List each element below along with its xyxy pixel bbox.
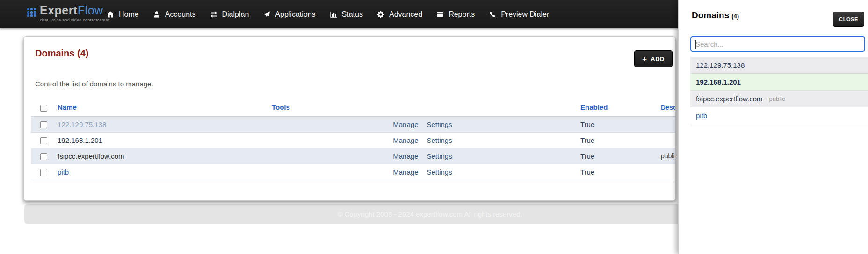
row-checkbox[interactable] [40,121,47,128]
description-value: public [653,148,676,164]
page: ExpertFlow chat, voice and video contact… [0,0,868,254]
panel-item-label: 122.129.75.138 [696,61,745,69]
table-row: 122.129.75.138 ManageSettings True [31,116,676,132]
select-all-checkbox[interactable] [40,105,47,112]
brand-wordmark: ExpertFlow [40,4,103,17]
nav-advanced[interactable]: Advanced [377,10,422,19]
domains-panel: Domains(4) CLOSE 122.129.75.138 192.168.… [678,0,868,254]
enabled-value: True [580,120,594,128]
domain-name-link[interactable]: 122.129.75.138 [58,120,106,128]
panel-item-label: pitb [696,112,707,120]
column-header-name[interactable]: Name [52,99,272,116]
panel-list-item[interactable]: fsipcc.expertflow.com- public [690,91,868,107]
plus-icon: + [642,55,647,63]
table-row: 192.168.1.201 ManageSettings True [31,132,676,148]
nav-advanced-label: Advanced [389,10,422,19]
main-menu: Home Accounts Dialplan Applications Stat… [107,0,549,28]
row-checkbox[interactable] [40,137,47,144]
panel-list-item[interactable]: 122.129.75.138 [690,57,868,74]
page-subtitle: Control the list of domains to manage. [35,80,153,88]
person-icon [153,11,160,18]
bar-chart-icon [330,11,337,18]
expertflow-logo-icon [27,8,36,17]
settings-link[interactable]: Settings [427,152,452,160]
nav-reports-label: Reports [448,10,475,19]
manage-link[interactable]: Manage [393,120,418,128]
brand-tagline: chat, voice and video contactcenter [40,17,109,22]
row-checkbox[interactable] [40,169,47,176]
description-value [653,164,676,180]
gear-icon [377,11,384,18]
panel-domain-list: 122.129.75.138 192.168.1.201 fsipcc.expe… [690,57,868,124]
panel-title-text: Domains [692,10,729,20]
manage-link[interactable]: Manage [393,168,418,176]
swap-arrows-icon [210,11,217,18]
nav-dialplan[interactable]: Dialplan [210,10,249,19]
domain-name-link[interactable]: fsipcc.expertflow.com [58,152,124,160]
manage-link[interactable]: Manage [393,152,418,160]
domains-card: Domains (4) Control the list of domains … [23,36,676,201]
brand-flow: Flow [78,4,103,17]
report-book-icon [436,11,444,18]
add-domain-button[interactable]: + ADD [634,50,673,67]
domain-name-link[interactable]: pitb [58,168,69,176]
settings-link[interactable]: Settings [427,120,452,128]
table-row: fsipcc.expertflow.com ManageSettings Tru… [31,148,676,164]
domain-name-link[interactable]: 192.168.1.201 [58,136,102,144]
domains-table: Name Tools Enabled Description 122.129.7… [31,99,676,180]
panel-title: Domains(4) [692,10,739,21]
description-value [653,116,676,132]
panel-list-item[interactable]: 192.168.1.201 [690,74,868,91]
panel-count-badge: (4) [731,13,739,20]
settings-link[interactable]: Settings [427,168,452,176]
nav-dialplan-label: Dialplan [222,10,249,19]
home-icon [107,11,114,18]
nav-accounts[interactable]: Accounts [153,10,196,19]
enabled-value: True [580,152,594,160]
nav-applications[interactable]: Applications [263,10,315,19]
column-header-tools[interactable]: Tools [272,99,573,116]
nav-accounts-label: Accounts [165,10,196,19]
enabled-value: True [580,168,594,176]
panel-search-input[interactable] [690,36,865,52]
table-row: pitb ManageSettings True [31,164,676,180]
nav-status-label: Status [342,10,363,19]
brand-logo[interactable]: ExpertFlow chat, voice and video contact… [27,4,109,22]
column-header-enabled[interactable]: Enabled [573,99,653,116]
page-title: Domains (4) [35,48,88,59]
panel-list-item[interactable]: pitb [690,107,868,124]
nav-status[interactable]: Status [330,10,363,19]
phone-icon [489,11,496,18]
panel-item-label: 192.168.1.201 [696,78,741,86]
nav-home-label: Home [119,10,139,19]
nav-preview-dialer-label: Preview Dialer [501,10,549,19]
row-checkbox[interactable] [40,153,47,160]
column-header-description[interactable]: Description [653,99,676,116]
nav-preview-dialer[interactable]: Preview Dialer [489,10,549,19]
nav-home[interactable]: Home [107,10,139,19]
panel-item-label: fsipcc.expertflow.com [696,95,763,103]
add-button-label: ADD [651,56,665,63]
brand-expert: Expert [40,4,78,17]
nav-reports[interactable]: Reports [436,10,475,19]
close-panel-button[interactable]: CLOSE [833,12,864,27]
settings-link[interactable]: Settings [427,136,452,144]
nav-applications-label: Applications [275,10,315,19]
panel-item-suffix: - public [766,95,785,102]
manage-link[interactable]: Manage [393,136,418,144]
description-value [653,132,676,148]
enabled-value: True [580,136,594,144]
paper-plane-icon [263,11,270,18]
copyright-text: © Copyright 2008 - 2024 expertflow.com A… [337,210,522,218]
table-header-row: Name Tools Enabled Description [31,99,676,116]
